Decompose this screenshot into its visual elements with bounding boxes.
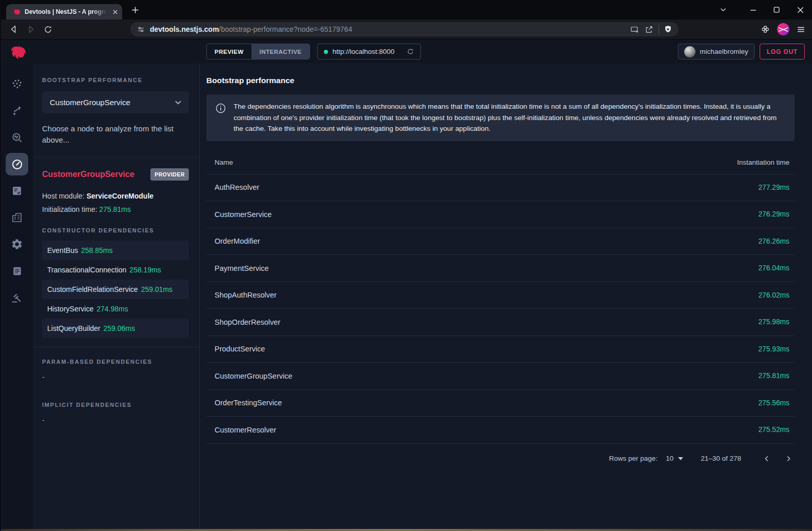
preview-tab[interactable]: PREVIEW	[207, 44, 252, 59]
row-time: 275.52ms	[758, 426, 789, 434]
header-right: michaelbromley LOG OUT	[678, 44, 812, 60]
performance-table: Name Instantiation time AuthResolver277.…	[206, 151, 795, 444]
info-text: The dependencies resolution algorithm is…	[234, 101, 786, 134]
sidebar-item-graph[interactable]	[6, 73, 28, 95]
target-url-box[interactable]: http://localhost:8000	[317, 44, 421, 60]
refresh-target-button[interactable]	[407, 48, 414, 55]
sidebar-item-settings[interactable]	[6, 233, 28, 255]
target-url: http://localhost:8000	[333, 48, 395, 55]
minimize-icon	[749, 6, 757, 14]
host-module-value: ServiceCoreModule	[86, 192, 153, 200]
dep-item[interactable]: HistoryService274.98ms	[42, 299, 189, 319]
extensions-icon	[760, 24, 770, 34]
share-button[interactable]	[644, 25, 654, 34]
brave-shield-button[interactable]	[664, 25, 672, 34]
provider-badge: PROVIDER	[150, 168, 189, 181]
init-time-value: 275.81ms	[99, 205, 130, 213]
connection-status-dot	[324, 50, 328, 54]
table-row[interactable]: OrderTestingService275.56ms	[206, 390, 795, 417]
url-text: devtools.nestjs.com/bootstrap-performanc…	[150, 25, 625, 33]
dep-time: 259.06ms	[104, 324, 135, 332]
reload-icon	[43, 25, 53, 34]
browser-profile-button[interactable]	[777, 23, 789, 35]
sidebar-item-docs[interactable]	[6, 260, 28, 282]
next-page-button[interactable]	[782, 453, 795, 465]
dep-name: EventBus	[47, 246, 78, 254]
table-row[interactable]: ShopAuthResolver276.02ms	[206, 282, 795, 309]
param-deps-empty: -	[42, 373, 189, 381]
username: michaelbromley	[700, 48, 748, 55]
app-body: BOOTSTRAP PERFORMANCE CustomerGroupServi…	[1, 64, 812, 529]
sidebar-item-checklist[interactable]	[6, 180, 28, 202]
browser-menu-button[interactable]	[796, 25, 806, 34]
sidebar-item-insights[interactable]	[6, 126, 28, 149]
table-row[interactable]: CustomerGroupService275.81ms	[206, 363, 795, 390]
reload-button[interactable]	[41, 23, 54, 36]
info-box: The dependencies resolution algorithm is…	[206, 94, 795, 141]
selected-node-header: CustomerGroupService PROVIDER	[42, 168, 189, 181]
chevron-right-icon	[784, 454, 793, 463]
sidebar-item-modules[interactable]	[6, 206, 28, 229]
dep-item[interactable]: CustomFieldRelationService259.01ms	[42, 280, 189, 299]
search-insights-icon	[11, 131, 24, 144]
browser-tab-bar: Devtools | NestJS - A progressive	[1, 0, 812, 19]
dep-item[interactable]: TransactionalConnection258.19ms	[42, 260, 189, 280]
tab-search-button[interactable]	[711, 0, 735, 19]
sidebar-item-bootstrap-performance[interactable]	[6, 153, 28, 175]
table-row[interactable]: OrderModifier276.26ms	[206, 228, 795, 255]
header-center: PREVIEW INTERACTIVE http://localhost:800…	[206, 44, 421, 60]
forward-button[interactable]	[24, 23, 37, 36]
minimize-button[interactable]	[741, 0, 765, 19]
user-chip[interactable]: michaelbromley	[678, 44, 755, 60]
browser-tab[interactable]: Devtools | NestJS - A progressive	[6, 4, 122, 19]
address-bar[interactable]: devtools.nestjs.com/bootstrap-performanc…	[130, 22, 679, 36]
maximize-icon	[773, 6, 780, 13]
panel-section-title: BOOTSTRAP PERFORMANCE	[42, 77, 189, 83]
send-to-device-button[interactable]	[630, 25, 640, 34]
rows-per-page-value: 10	[666, 455, 673, 462]
logout-button[interactable]: LOG OUT	[760, 44, 805, 60]
rows-per-page-select[interactable]: 10	[666, 455, 683, 462]
new-tab-button[interactable]	[131, 6, 139, 14]
dep-item[interactable]: EventBus258.85ms	[42, 241, 189, 260]
dep-item[interactable]: ListQueryBuilder259.06ms	[42, 319, 189, 338]
nestjs-logo	[8, 43, 26, 61]
page-title: Bootstrap performance	[206, 76, 795, 85]
table-row[interactable]: ShopOrderResolver275.98ms	[206, 309, 795, 336]
tab-close-icon[interactable]	[112, 9, 118, 15]
sidebar-item-gavel[interactable]	[6, 286, 28, 309]
node-select-value: CustomerGroupService	[50, 98, 130, 107]
toolbar-divider	[659, 25, 659, 33]
checklist-icon	[11, 185, 23, 197]
close-window-button[interactable]	[788, 0, 812, 19]
maximize-button[interactable]	[765, 0, 788, 19]
desktop-edge	[1, 529, 812, 531]
sidebar-item-routes[interactable]	[6, 100, 28, 122]
browser-toolbar: devtools.nestjs.com/bootstrap-performanc…	[1, 19, 812, 39]
table-row[interactable]: ProductService275.93ms	[206, 336, 795, 363]
previous-page-button[interactable]	[761, 453, 773, 465]
extensions-button[interactable]	[760, 24, 770, 34]
dep-time: 258.19ms	[129, 266, 161, 274]
table-row[interactable]: CustomerResolver275.52ms	[206, 417, 795, 444]
main-content: Bootstrap performance The dependencies r…	[200, 64, 812, 529]
back-button[interactable]	[7, 23, 21, 36]
panel-divider	[33, 347, 199, 347]
gear-icon	[11, 238, 23, 250]
modules-building-icon	[11, 211, 23, 224]
row-time: 275.98ms	[758, 318, 789, 326]
row-name: ProductService	[215, 345, 265, 353]
rows-per-page-label: Rows per page:	[609, 455, 658, 462]
node-select[interactable]: CustomerGroupService	[42, 91, 189, 113]
table-row[interactable]: CustomerService276.29ms	[206, 201, 795, 228]
back-arrow-icon	[9, 24, 19, 34]
table-header: Name Instantiation time	[206, 151, 795, 174]
table-row[interactable]: AuthResolver277.29ms	[206, 174, 795, 202]
chevron-left-icon	[762, 454, 771, 463]
interactive-tab[interactable]: INTERACTIVE	[252, 44, 310, 59]
nestjs-favicon	[12, 8, 21, 16]
toolbar-right-group	[760, 23, 806, 35]
table-row[interactable]: PaymentService276.04ms	[206, 255, 795, 282]
dep-name: TransactionalConnection	[47, 266, 126, 274]
dep-time: 259.01ms	[141, 285, 172, 293]
